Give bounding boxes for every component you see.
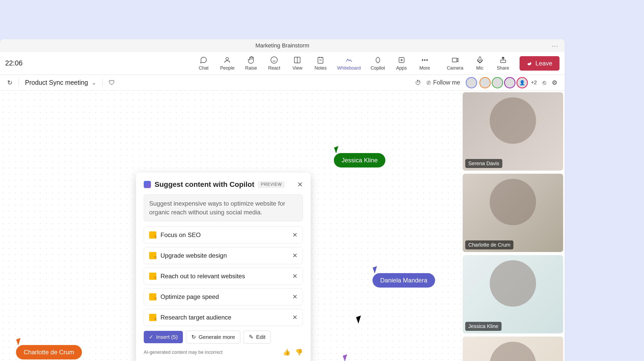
cursor-serena: Serena Davis <box>343 355 395 361</box>
svg-point-12 <box>424 60 425 61</box>
insert-button[interactable]: ✓ Insert (5) <box>144 331 183 343</box>
svg-point-13 <box>426 60 427 61</box>
apps-button[interactable]: Apps <box>395 56 408 71</box>
copilot-prompt-input[interactable]: Suggest inexpensive ways to optimize web… <box>144 194 303 221</box>
notes-icon <box>316 56 325 64</box>
check-icon: ✓ <box>149 334 154 340</box>
cursor-icon <box>343 354 351 361</box>
svg-point-0 <box>226 57 228 60</box>
suggestion-item[interactable]: Upgrade website design ✕ <box>144 247 303 264</box>
participant-name: Serena Davis <box>465 159 502 168</box>
follow-me-button[interactable]: ⎚ Follow me <box>427 79 460 86</box>
suggestion-item[interactable]: Optimize page speed ✕ <box>144 288 303 305</box>
copilot-logo-icon <box>144 181 151 188</box>
view-button[interactable]: View <box>291 56 304 71</box>
more-participants[interactable]: +2 <box>531 80 537 86</box>
shield-icon[interactable]: 🛡 <box>109 79 115 86</box>
raise-hand-icon <box>247 56 255 64</box>
cursor-icon <box>16 338 24 346</box>
camera-button[interactable]: Camera <box>447 56 463 71</box>
apps-icon <box>397 56 406 64</box>
pencil-icon: ✎ <box>249 334 253 340</box>
video-tile[interactable]: Jessica Kline <box>463 255 563 333</box>
subbar-right: ⏱ ⎚ Follow me 👤 +2 ⎋ ⚙ <box>415 77 557 88</box>
meeting-name-dropdown[interactable]: Product Sync meeting ⌄ <box>25 79 96 86</box>
share-icon <box>499 56 507 64</box>
suggestion-item[interactable]: Reach out to relevant websites ✕ <box>144 268 303 285</box>
sticky-note-icon <box>149 231 156 239</box>
avatar[interactable] <box>504 77 515 88</box>
share-button[interactable]: Share <box>496 56 510 71</box>
react-icon <box>270 56 278 64</box>
cursor-charlotte: Charlotte de Crum <box>16 338 82 359</box>
cursor-icon <box>334 146 342 154</box>
meeting-toolbar: 22:06 Chat People Raise React View <box>0 52 565 75</box>
copilot-suggest-panel: Suggest content with Copilot PREVIEW ✕ S… <box>136 173 311 361</box>
chat-button[interactable]: Chat <box>197 56 210 71</box>
remove-icon[interactable]: ✕ <box>292 314 298 321</box>
meeting-timer: 22:06 <box>5 59 23 67</box>
whiteboard-subbar: ↻ Product Sync meeting ⌄ 🛡 ⏱ ⎚ Follow me… <box>0 75 565 91</box>
sticky-note-icon <box>149 273 156 280</box>
people-button[interactable]: People <box>220 56 234 71</box>
view-icon <box>293 56 302 64</box>
notes-button[interactable]: Notes <box>314 56 327 71</box>
meeting-controls-right: Camera Mic Share Leave <box>447 56 560 71</box>
copilot-footer: AI-generated content may be incorrect 👍 … <box>144 349 303 356</box>
leave-button[interactable]: Leave <box>520 56 560 71</box>
cursor-jessica: Jessica Kline <box>334 146 385 167</box>
thumbs-down-icon[interactable]: 👎 <box>295 349 303 356</box>
react-button[interactable]: React <box>267 56 281 71</box>
edit-button[interactable]: ✎ Edit <box>243 331 271 343</box>
avatar[interactable]: 👤 <box>516 77 528 88</box>
toolbar-tools: Chat People Raise React View Notes <box>197 56 431 71</box>
leave-icon <box>527 61 532 66</box>
suggestion-item[interactable]: Research target audience ✕ <box>144 309 303 326</box>
sticky-note-icon <box>149 293 156 300</box>
titlebar: Marketing Brainstorm ··· <box>0 39 565 52</box>
remove-icon[interactable]: ✕ <box>292 231 298 239</box>
people-icon <box>223 56 232 64</box>
participant-name: Jessica Kline <box>465 322 502 331</box>
remove-icon[interactable]: ✕ <box>292 252 298 259</box>
refresh-icon: ↻ <box>191 334 196 340</box>
avatar[interactable] <box>492 77 503 88</box>
timer-icon[interactable]: ⏱ <box>415 79 421 86</box>
sticky-note-icon <box>149 252 156 259</box>
copilot-icon <box>374 56 382 64</box>
whiteboard-canvas[interactable]: Jessica Kline Daniela Mandera Serena Dav… <box>0 91 461 361</box>
svg-rect-15 <box>501 60 506 63</box>
participant-avatars: 👤 +2 <box>466 77 537 88</box>
close-icon[interactable]: ✕ <box>297 181 303 189</box>
svg-point-11 <box>422 60 423 61</box>
chat-icon <box>199 56 208 64</box>
present-icon: ⎚ <box>427 79 430 86</box>
remove-icon[interactable]: ✕ <box>292 273 298 280</box>
raise-button[interactable]: Raise <box>244 56 258 71</box>
mic-button[interactable]: Mic <box>473 56 487 71</box>
copilot-button[interactable]: Copilot <box>371 56 385 71</box>
preview-badge: PREVIEW <box>258 181 285 188</box>
suggestion-item[interactable]: Focus on SEO ✕ <box>144 226 303 244</box>
share-icon[interactable]: ⎋ <box>543 79 546 86</box>
copilot-header: Suggest content with Copilot PREVIEW ✕ <box>144 180 303 189</box>
cursor-local <box>356 315 365 323</box>
whiteboard-button[interactable]: Whiteboard <box>337 56 361 71</box>
avatar[interactable] <box>466 77 477 88</box>
whiteboard-icon <box>345 56 353 64</box>
video-tile[interactable] <box>463 337 563 361</box>
video-tile[interactable]: Charlotte de Crum <box>463 174 563 252</box>
more-options-icon[interactable]: ··· <box>552 42 558 49</box>
chevron-down-icon: ⌄ <box>92 80 96 86</box>
cursor-icon <box>373 266 381 274</box>
more-button[interactable]: More <box>418 56 431 71</box>
participant-name: Charlotte de Crum <box>465 240 513 249</box>
redo-icon[interactable]: ↻ <box>7 79 12 86</box>
generate-more-button[interactable]: ↻ Generate more <box>186 331 240 343</box>
avatar[interactable] <box>479 77 491 88</box>
thumbs-up-icon[interactable]: 👍 <box>283 349 291 356</box>
settings-icon[interactable]: ⚙ <box>552 79 557 86</box>
video-tile[interactable]: Serena Davis <box>463 92 563 171</box>
more-icon <box>420 56 429 64</box>
remove-icon[interactable]: ✕ <box>292 293 298 300</box>
